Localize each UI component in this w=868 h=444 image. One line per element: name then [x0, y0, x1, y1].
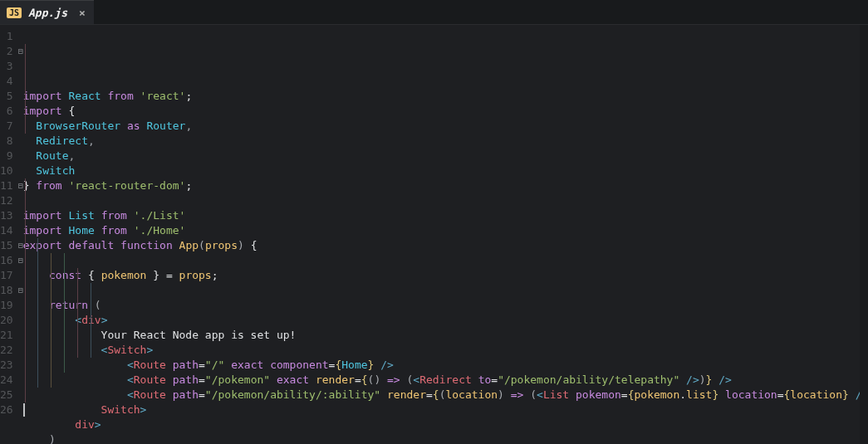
code-line[interactable]: <Switch>: [23, 343, 868, 358]
code-line[interactable]: import Home from './Home': [23, 223, 868, 238]
code-line[interactable]: import {: [23, 104, 868, 119]
code-line[interactable]: <div>: [23, 313, 868, 328]
code-line[interactable]: [23, 253, 868, 268]
tab-app-js[interactable]: JS App.js ×: [0, 0, 94, 24]
js-file-icon: JS: [7, 7, 22, 18]
code-area[interactable]: import React from 'react';import { Brows…: [23, 25, 868, 444]
code-line[interactable]: Route,: [23, 149, 868, 163]
code-line[interactable]: Your React Node app is set up!: [23, 328, 868, 343]
code-line[interactable]: import React from 'react';: [23, 89, 868, 104]
code-line[interactable]: import List from './List': [23, 208, 868, 223]
code-line[interactable]: Switch>: [23, 403, 868, 417]
text-cursor: [23, 403, 25, 417]
code-line[interactable]: return (: [23, 298, 868, 313]
code-line[interactable]: [23, 283, 868, 298]
code-line[interactable]: div>: [23, 417, 868, 432]
code-line[interactable]: ): [23, 432, 868, 444]
code-line[interactable]: export default function App(props) {: [23, 238, 868, 253]
tab-bar: JS App.js ×: [0, 0, 868, 25]
tab-filename: App.js: [28, 7, 67, 19]
vertical-scrollbar[interactable]: [860, 25, 868, 444]
code-editor[interactable]: 1234567891011121314151617181920212223242…: [0, 25, 868, 444]
code-line[interactable]: Switch: [23, 163, 868, 178]
code-line[interactable]: BrowserRouter as Router,: [23, 119, 868, 134]
code-line[interactable]: <Route path="/" exact component={Home} /…: [23, 358, 868, 373]
code-line[interactable]: <Route path="/pokemon/ability/:ability" …: [23, 388, 868, 403]
code-line[interactable]: const { pokemon } = props;: [23, 268, 868, 283]
close-icon[interactable]: ×: [79, 7, 86, 19]
code-line[interactable]: Redirect,: [23, 134, 868, 149]
line-number-gutter: 1234567891011121314151617181920212223242…: [0, 25, 18, 444]
code-line[interactable]: } from 'react-router-dom';: [23, 178, 868, 193]
code-line[interactable]: [23, 193, 868, 208]
code-line[interactable]: <Route path="/pokemon" exact render={() …: [23, 373, 868, 388]
